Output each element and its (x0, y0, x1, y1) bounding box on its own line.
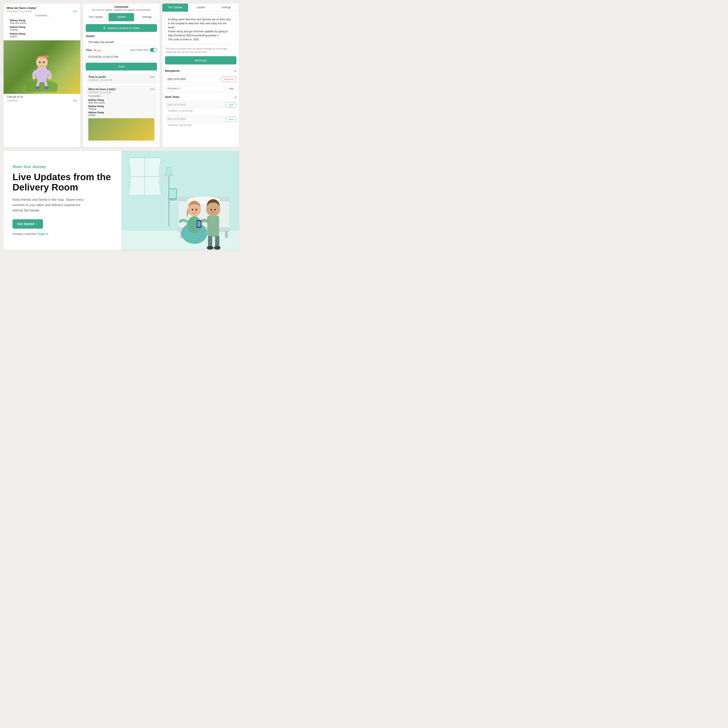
update-date: 7/20/2024, 9:11:15 PM (88, 91, 111, 94)
status-bar: Connected No need to refresh. Updates wi… (83, 3, 160, 13)
svg-point-41 (214, 209, 216, 210)
chevron-up-icon: ∧ (234, 69, 236, 73)
update-edit-link[interactable]: Edit (150, 76, 154, 78)
sent-row: Sent (165, 116, 236, 122)
recipients-section-header: Recipients ∧ (162, 67, 239, 75)
comment-author: Nathan Dawg (10, 19, 74, 21)
message-box[interactable]: Exciting news! Brennon and Spouse are on… (165, 14, 236, 44)
send-text-button[interactable]: Send text (165, 56, 236, 64)
comment-author: Nathan Dawg (10, 32, 74, 35)
datetime-input[interactable] (86, 53, 157, 60)
recipient-1-input[interactable] (165, 76, 220, 83)
delivery-scene-illustration (121, 151, 239, 250)
remove-recipient-button[interactable]: Remove (222, 76, 236, 82)
svg-point-15 (32, 76, 36, 80)
photo-edit-link[interactable]: Edit (73, 99, 77, 102)
get-started-button[interactable]: Get Started → (12, 219, 43, 229)
svg-point-40 (211, 209, 212, 210)
photo-card: Cute pic of Jo 7/16/2024 Edit (3, 40, 80, 104)
comment-item: Nathan Dawg asdfas (88, 111, 154, 117)
upload-icon: ⬆ (103, 26, 106, 30)
sent-texts-section-header: Sent Texts ∧ (162, 93, 239, 101)
photo-caption: Cute pic of Jo (3, 94, 80, 99)
upload-button[interactable]: ⬆ Upload a picture or video (86, 24, 157, 32)
update-tabs: Text Update Update Settings (83, 13, 160, 21)
post-date: 7/20/2024, 9:11:15 PM (7, 10, 31, 13)
comment-item: Nathan Dawg Testing (7, 25, 77, 32)
status-subtitle: No need to refresh. Updates will appear … (85, 8, 158, 11)
share-label: Share Your Journey (12, 165, 112, 169)
recipient-row-1: Remove (162, 75, 239, 84)
tab-update[interactable]: Update (109, 13, 134, 21)
time-label: Time (86, 49, 92, 52)
sent-texts-title: Sent Texts (165, 95, 179, 99)
comment-item: Nathan Dawg Now this works (88, 98, 154, 104)
update-entry-title: Time to push! (88, 75, 106, 78)
update-field-label: Update (86, 35, 157, 38)
svg-point-5 (44, 71, 44, 72)
update-comments-toggle[interactable]: Comments ↓ (88, 94, 154, 98)
comment-text: Testing (10, 28, 74, 31)
sent-badge-1: Sent (225, 102, 236, 107)
svg-point-14 (41, 64, 43, 64)
comment-author: Nathan Dawg (88, 105, 154, 107)
post-meta: 7/20/2024, 9:11:15 PM Edit (7, 10, 77, 13)
update-entry-title: Wow we have a baby! (88, 88, 116, 91)
sent-entry-2: Sent 7/3/2024, 9:26:19 PM (162, 115, 239, 129)
svg-rect-28 (225, 231, 228, 238)
sign-in-pre-text: Already a member? (12, 232, 38, 236)
svg-rect-49 (169, 189, 176, 198)
hero-subtitle: Keep friends and family in the loop. Sha… (12, 197, 88, 213)
svg-point-13 (44, 62, 44, 63)
sent-date-2: 7/3/2024, 9:26:19 PM (165, 123, 236, 128)
update-entry-meta: 7/20/2024, 9:11:15 PM (88, 91, 154, 94)
svg-point-47 (214, 246, 220, 250)
update-entry-meta: 7/23/2024, 12:54:41 PM (88, 79, 154, 81)
landing-right (121, 151, 239, 250)
sign-in-row: Already a member? Sign in (12, 232, 112, 236)
panel-body: ⬆ Upload a picture or video Update Time … (83, 21, 160, 73)
svg-rect-32 (166, 167, 172, 176)
p3-tab-update[interactable]: Update (188, 3, 214, 12)
comment-text: asdfas (88, 114, 154, 116)
update-edit-link[interactable]: Edit (150, 88, 154, 90)
update-panel: Connected No need to refresh. Updates wi… (83, 3, 160, 147)
connected-status: Connected (85, 5, 158, 8)
post-edit-link[interactable]: Edit (73, 10, 77, 13)
sent-entry-1: Sent 7/3/2024, 11:16:10 PM (162, 101, 239, 115)
recipients-title: Recipients (165, 69, 180, 72)
tab-text-update[interactable]: Text Update (83, 13, 109, 21)
sent-row: Sent (165, 101, 236, 108)
svg-point-9 (46, 56, 47, 57)
p3-tab-text-update[interactable]: Text Update (162, 3, 188, 12)
toggle-switch[interactable] (150, 48, 157, 52)
svg-point-37 (196, 209, 197, 210)
update-input[interactable] (86, 38, 157, 46)
updates-list: Time to push! Edit 7/23/2024, 12:54:41 P… (83, 73, 160, 147)
update-entry: Wow we have a baby! Edit 7/20/2024, 9:11… (86, 86, 157, 143)
svg-point-18 (44, 86, 49, 89)
comment-item: Nathan Dawg asdfas (7, 32, 77, 38)
comments-toggle[interactable]: Comments ↓ (7, 13, 77, 18)
post-title: Wow we have a baby! (7, 6, 77, 9)
delivery-room-scene (121, 151, 239, 250)
hero-title: Live Updates from the Delivery Room (12, 172, 112, 193)
sent-date-1: 7/3/2024, 11:16:10 PM (165, 109, 236, 114)
comment-text: Now this works (88, 101, 154, 104)
post-button[interactable]: Post (86, 63, 157, 70)
pre-filled-note: This text is pre-filled with an initial … (165, 47, 236, 54)
sent-phone-2 (165, 116, 224, 122)
post-photo-panel: Wow we have a baby! 7/20/2024, 9:11:15 P… (3, 3, 80, 147)
add-recipient-button[interactable]: Add (226, 86, 236, 92)
svg-point-17 (35, 86, 40, 89)
tab-settings[interactable]: Settings (134, 13, 160, 21)
update-date: 7/23/2024, 12:54:41 PM (88, 79, 112, 81)
live-text: Live (96, 49, 101, 52)
p3-tab-settings[interactable]: Settings (213, 3, 239, 12)
comment-text: asdfas (10, 35, 74, 38)
svg-point-2 (39, 71, 40, 72)
baby-photo (3, 40, 80, 94)
text-update-panel: Text Update Update Settings Exciting new… (162, 3, 239, 147)
recipient-2-input[interactable] (165, 85, 224, 92)
sign-in-link[interactable]: Sign in (38, 232, 48, 236)
